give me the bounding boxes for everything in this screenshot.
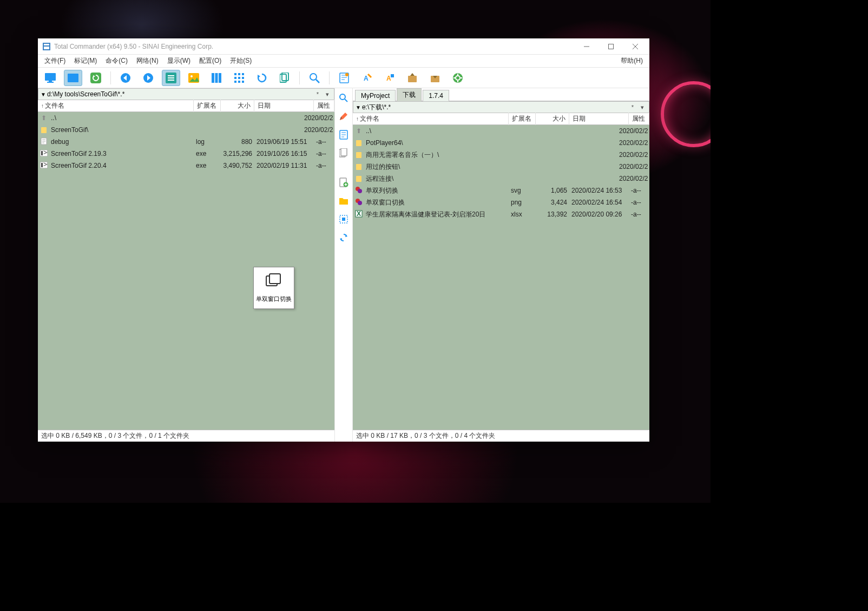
mid-folder-icon[interactable] <box>337 194 350 207</box>
svg-line-40 <box>316 80 319 83</box>
back-icon[interactable] <box>116 70 135 86</box>
toolbar-separator <box>329 71 330 84</box>
left-statusbar: 选中 0 KB / 6,549 KB，0 / 3 个文件，0 / 1 个文件夹 <box>38 430 334 442</box>
panel-tab[interactable]: 下载 <box>397 88 422 101</box>
menu-config[interactable]: 配置(O) <box>195 55 226 67</box>
menu-net[interactable]: 网络(N) <box>132 55 163 67</box>
menu-commands[interactable]: 命令(C) <box>101 55 132 67</box>
file-attr: -a-- <box>629 199 648 206</box>
file-ext: exe <box>194 162 221 169</box>
parent-dir-icon: ⬆ <box>41 114 47 122</box>
list-check-icon[interactable] <box>162 70 180 86</box>
mid-newfile-icon[interactable] <box>337 176 350 189</box>
file-row[interactable]: ScreenToGif\2020/02/21 13:50---- <box>38 124 334 136</box>
rename-b-icon[interactable]: A <box>380 70 399 86</box>
mid-copy-icon[interactable] <box>337 147 350 160</box>
path-star-icon[interactable]: * <box>313 90 322 98</box>
file-row[interactable]: 远程连接\2020/02/22 13:57---- <box>353 173 649 185</box>
search-icon[interactable] <box>305 70 324 86</box>
file-date: 2020/02/24 16:53 <box>569 187 629 194</box>
col-date[interactable]: 日期 <box>254 100 314 112</box>
file-size: 1,065 <box>536 187 569 194</box>
menu-mark[interactable]: 标记(M) <box>70 55 101 67</box>
file-row[interactable]: ⬆..\2020/02/24 16:54---- <box>353 125 649 137</box>
left-pathbar[interactable]: ▼ d:\My tools\ScreenToGif\*.* * ▾ <box>38 88 334 100</box>
notepad-icon[interactable] <box>335 70 353 86</box>
mid-sync-icon[interactable] <box>337 231 350 244</box>
file-size: 2020/02/24 17:00r--- <box>300 114 333 122</box>
svg-rect-4 <box>608 44 613 49</box>
menubar: 文件(F) 标记(M) 命令(C) 网络(N) 显示(W) 配置(O) 开始(S… <box>38 55 649 68</box>
file-row[interactable]: ⬆..\2020/02/24 17:00r--- <box>38 112 334 124</box>
file-row[interactable]: >GScreenToGif 2.19.3exe3,215,2962019/10/… <box>38 148 334 160</box>
folder-icon <box>356 140 361 146</box>
mid-select-icon[interactable] <box>337 213 350 226</box>
columns-icon[interactable] <box>207 70 226 86</box>
file-row[interactable]: 单双列切换svg1,0652020/02/24 16:53-a-- <box>353 185 649 196</box>
file-size: 2020/02/22 13:57---- <box>615 175 648 182</box>
reload-icon[interactable] <box>253 70 271 86</box>
col-name[interactable]: ↑文件名 <box>38 100 194 112</box>
menu-start[interactable]: 开始(S) <box>226 55 256 67</box>
col-ext[interactable]: 扩展名 <box>509 113 536 125</box>
file-row[interactable]: PotPlayer64\2020/02/24 10:03---- <box>353 137 649 149</box>
panel-single-icon[interactable] <box>64 70 82 86</box>
unpack-icon[interactable] <box>426 70 444 86</box>
path-dropdown-icon[interactable]: ▾ <box>323 90 332 98</box>
file-row[interactable]: 用过的按钮\2020/02/24 11:26---- <box>353 161 649 173</box>
file-size: 880 <box>221 138 254 146</box>
rename-a-icon[interactable]: A <box>358 70 376 86</box>
col-size[interactable]: 大小 <box>536 113 569 125</box>
file-row[interactable]: 单双窗口切换png3,4242020/02/24 16:54-a-- <box>353 196 649 208</box>
svg-text:>G: >G <box>43 162 48 168</box>
left-column-headers: ↑文件名 扩展名 大小 日期 属性 <box>38 100 334 112</box>
minimize-button[interactable] <box>574 38 599 54</box>
right-filelist[interactable]: ⬆..\2020/02/24 16:54----PotPlayer64\2020… <box>353 125 649 430</box>
right-pathbar[interactable]: ▼ e:\下载\*.* * ▾ <box>353 101 649 113</box>
path-dropdown-icon[interactable]: ▾ <box>638 103 647 111</box>
main-window: Total Commander (x64) 9.50 - SINAI Engin… <box>38 38 649 442</box>
menu-help[interactable]: 帮助(H) <box>616 55 647 67</box>
svg-rect-29 <box>242 73 244 75</box>
file-name: ..\ <box>364 127 588 135</box>
path-star-icon[interactable]: * <box>628 103 637 111</box>
menu-file[interactable]: 文件(F) <box>40 55 70 67</box>
col-attr[interactable]: 属性 <box>314 100 334 112</box>
pack-icon[interactable] <box>403 70 422 86</box>
panel-tab[interactable]: 1.7.4 <box>423 90 449 101</box>
refresh-icon[interactable] <box>87 70 105 86</box>
file-row[interactable]: debuglog8802019/06/19 15:51-a-- <box>38 136 334 148</box>
toolbar: A A <box>38 68 649 88</box>
file-row[interactable]: >GScreenToGif 2.20.4exe3,490,7522020/02/… <box>38 160 334 172</box>
maximize-button[interactable] <box>599 38 623 54</box>
file-row[interactable]: 商用无需署名音乐（一）\2020/02/23 10:48---- <box>353 149 649 161</box>
col-date[interactable]: 日期 <box>569 113 629 125</box>
copy-icon[interactable] <box>275 70 294 86</box>
mid-doc-icon[interactable] <box>337 128 350 141</box>
forward-icon[interactable] <box>139 70 157 86</box>
desktop-icon[interactable] <box>41 70 60 86</box>
panel-tab[interactable]: MyProject <box>355 90 396 101</box>
file-date: 2020/02/24 11:26 <box>617 163 648 170</box>
col-ext[interactable]: 扩展名 <box>194 100 221 112</box>
file-row[interactable]: X学生居家隔离体温健康登记表-刘启渐20日xlsx13,3922020/02/2… <box>353 208 649 220</box>
settings-icon[interactable] <box>449 70 467 86</box>
menu-show[interactable]: 显示(W) <box>163 55 195 67</box>
svg-rect-31 <box>238 77 240 79</box>
mid-search-icon[interactable] <box>337 91 350 104</box>
svg-rect-11 <box>90 73 101 83</box>
col-attr[interactable]: 属性 <box>629 113 649 125</box>
image-icon[interactable] <box>185 70 203 86</box>
close-button[interactable] <box>623 38 647 54</box>
file-date: 2020/02/22 13:57 <box>617 175 648 182</box>
svg-rect-1 <box>44 44 49 45</box>
file-date: 2020/02/21 13:50 <box>302 126 333 134</box>
left-filelist[interactable]: ⬆..\2020/02/24 17:00r---ScreenToGif\2020… <box>38 112 334 430</box>
svg-rect-49 <box>391 74 394 77</box>
mid-edit-icon[interactable] <box>337 110 350 123</box>
grid-icon[interactable] <box>230 70 248 86</box>
col-name[interactable]: ↑文件名 <box>353 113 509 125</box>
svg-rect-26 <box>219 73 221 83</box>
titlebar: Total Commander (x64) 9.50 - SINAI Engin… <box>38 38 649 55</box>
col-size[interactable]: 大小 <box>221 100 254 112</box>
